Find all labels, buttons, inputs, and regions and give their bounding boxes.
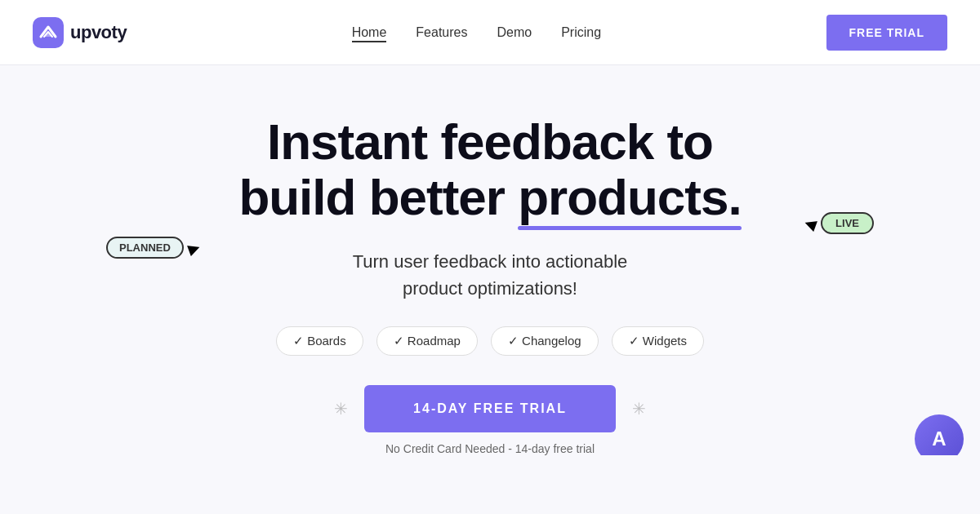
cta-note: No Credit Card Needed - 14-day free tria… xyxy=(385,442,595,455)
planned-badge: PLANNED ▶ xyxy=(106,237,200,259)
live-arrow-icon: ▶ xyxy=(802,213,819,233)
feature-tag-changelog: Changelog xyxy=(491,326,599,356)
logo-text: upvoty xyxy=(70,22,127,43)
hero-title: Instant feedback to build better product… xyxy=(238,114,741,225)
hero-subtitle: Turn user feedback into actionable produ… xyxy=(353,248,628,302)
feature-tag-boards: Boards xyxy=(276,326,363,356)
hero-section: PLANNED ▶ ▶ LIVE Instant feedback to bui… xyxy=(0,65,980,455)
live-badge: ▶ LIVE xyxy=(804,212,874,234)
hero-title-underline: products. xyxy=(518,169,741,225)
feature-tag-widgets: Widgets xyxy=(612,326,704,356)
nav-item-home[interactable]: Home xyxy=(352,25,387,42)
navbar: upvoty Home Features Demo Pricing FREE T… xyxy=(0,0,980,65)
cta-wrapper: ✳ 14-DAY FREE TRIAL ✳ xyxy=(334,385,646,432)
nav-item-demo[interactable]: Demo xyxy=(497,25,532,39)
feature-tags: Boards Roadmap Changelog Widgets xyxy=(276,326,704,356)
nav-item-features[interactable]: Features xyxy=(416,25,467,39)
logo-icon xyxy=(33,17,64,48)
logo-link[interactable]: upvoty xyxy=(33,17,127,48)
avatar: A xyxy=(915,414,964,455)
nav-item-pricing[interactable]: Pricing xyxy=(561,25,601,39)
nav-links: Home Features Demo Pricing xyxy=(352,25,601,40)
planned-arrow-icon: ▶ xyxy=(186,237,203,258)
cta-deco-left: ✳ xyxy=(334,399,348,419)
feature-tag-roadmap: Roadmap xyxy=(376,326,478,356)
cta-deco-right: ✳ xyxy=(632,399,646,419)
free-trial-button[interactable]: FREE TRIAL xyxy=(826,15,947,51)
cta-button[interactable]: 14-DAY FREE TRIAL xyxy=(364,385,616,432)
